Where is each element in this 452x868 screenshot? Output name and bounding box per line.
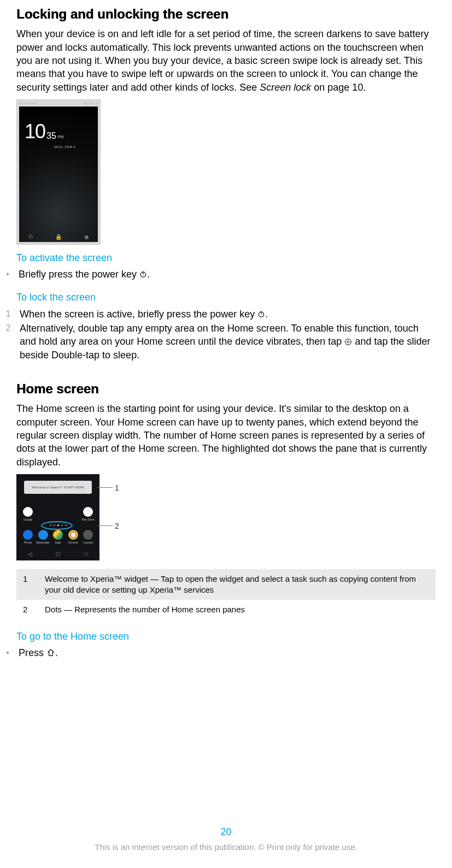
clock-hour: 10 (25, 122, 45, 141)
lockscreen-clock: 10 35 PM (25, 122, 63, 141)
lock-step-1: When the screen is active, briefly press… (20, 308, 436, 321)
clock-date: MON, FEB 6 (54, 145, 75, 149)
step-number-1: 1 (4, 308, 12, 321)
nav-camera-icon: ◉ (84, 233, 89, 241)
illustration-lockscreen: SO MOBILE ▮ 100% ● 10 35 PM MON, FEB 6 ✆… (16, 99, 101, 245)
gear-icon (344, 336, 352, 344)
table-row: 2 Dots — Represents the number of Home s… (16, 600, 436, 619)
status-battery: ▮ 100% ● (84, 101, 98, 105)
home-icon (46, 647, 55, 656)
subheading-activate-screen: To activate the screen (16, 251, 436, 264)
page-number: 20 (0, 825, 452, 839)
step-go-home: Press . (19, 646, 436, 659)
para-locking: When your device is on and left idle for… (16, 27, 436, 93)
nav-lock-icon: 🔒 (55, 233, 62, 241)
step-activate: Briefly press the power key . (19, 268, 436, 281)
nav-phone-icon: ✆ (28, 233, 33, 241)
nav-back-icon: ◁ (28, 551, 32, 558)
nav-home-icon: ⬠ (56, 551, 61, 558)
table-row: 1 Welcome to Xperia™ widget — Tap to ope… (16, 569, 436, 600)
callout-cell-text: Dots — Represents the number of Home scr… (38, 600, 436, 619)
app-label: Apps (55, 541, 61, 545)
step-number-2: 2 (4, 322, 12, 335)
app-label: Chrome (68, 541, 78, 545)
callout-cell-text: Welcome to Xperia™ widget — Tap to open … (38, 569, 436, 600)
nav-recent-icon: □ (84, 551, 87, 558)
callout-lines: 1 2 (103, 474, 119, 560)
lock-step-2: Alternatively, double tap any empty area… (20, 322, 436, 362)
svg-point-5 (348, 341, 350, 344)
status-carrier: SO MOBILE (19, 101, 37, 105)
para-home-screen: The Home screen is the starting point fo… (16, 402, 436, 468)
callout-number-1: 1 (115, 483, 119, 493)
subheading-go-home: To go to the Home screen (16, 630, 436, 643)
heading-home-screen: Home screen (16, 380, 436, 398)
para-locking-b: on page 10. (311, 82, 366, 93)
callout-ring (41, 521, 73, 530)
para-locking-a: When your device is on and left idle for… (16, 28, 428, 92)
callout-number-2: 2 (115, 521, 119, 532)
power-icon (257, 308, 265, 316)
ref-screen-lock: Screen lock (260, 82, 311, 93)
subheading-lock-screen: To lock the screen (16, 291, 436, 304)
page-content: Locking and unlocking the screen When yo… (0, 0, 452, 693)
callout-table: 1 Welcome to Xperia™ widget — Tap to ope… (16, 569, 436, 620)
app-label: Play Store (81, 518, 94, 522)
callout-cell-num: 1 (16, 569, 38, 600)
illustration-home-screen-wrap: Welcome to Xperia™ START HERE Google Pla… (16, 474, 436, 560)
power-icon (139, 268, 147, 276)
bullet-icon: • (4, 646, 11, 659)
heading-locking: Locking and unlocking the screen (16, 5, 436, 23)
callout-cell-num: 2 (16, 600, 38, 619)
bullet-icon: • (4, 268, 11, 281)
footer-note: This is an internet version of this publ… (0, 842, 452, 853)
clock-ampm: PM (58, 134, 64, 141)
app-label: Phone (24, 541, 32, 545)
welcome-widget: Welcome to Xperia™ START HERE (24, 481, 92, 494)
app-label: Camera (83, 541, 93, 545)
app-label: Google (24, 518, 32, 522)
app-label: Messenger (36, 541, 50, 545)
clock-min: 35 (46, 132, 56, 141)
illustration-home-screen: Welcome to Xperia™ START HERE Google Pla… (16, 474, 99, 560)
